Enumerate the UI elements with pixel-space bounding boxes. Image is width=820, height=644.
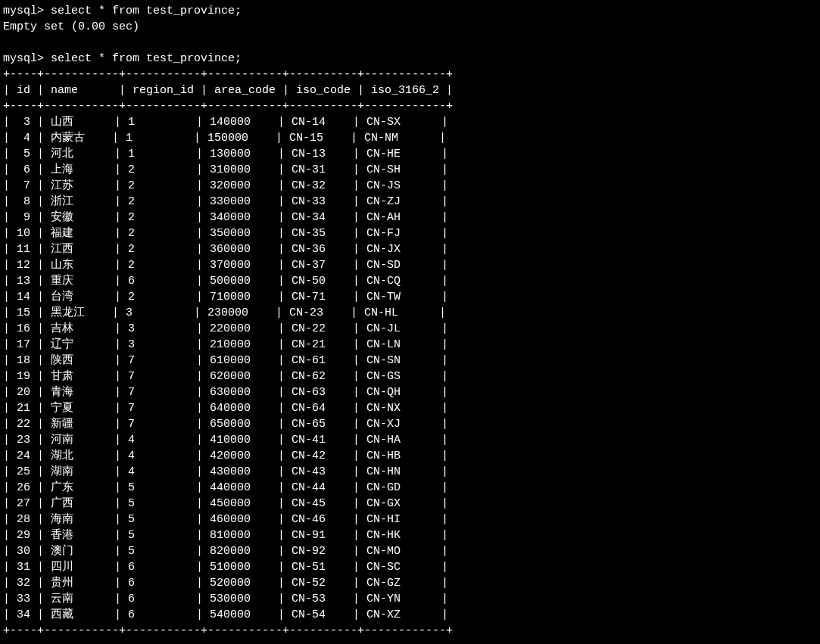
table-row: | 11 | 江西 | 2 | 360000 | CN-36 | CN-JX | (3, 241, 817, 257)
table-header-row: | id | name | region_id | area_code | is… (3, 82, 817, 98)
table-row: | 23 | 河南 | 4 | 410000 | CN-41 | CN-HA | (3, 432, 817, 448)
table-row: | 5 | 河北 | 1 | 130000 | CN-13 | CN-HE | (3, 146, 817, 162)
mysql-prompt[interactable]: mysql> (3, 52, 44, 65)
table-row: | 9 | 安徽 | 2 | 340000 | CN-34 | CN-AH | (3, 210, 817, 226)
table-row: | 19 | 甘肃 | 7 | 620000 | CN-62 | CN-GS | (3, 369, 817, 384)
table-row: | 4 | 内蒙古 | 1 | 150000 | CN-15 | CN-NM | (3, 130, 817, 146)
table-body: | 3 | 山西 | 1 | 140000 | CN-14 | CN-SX ||… (3, 114, 817, 623)
table-row: | 29 | 香港 | 5 | 810000 | CN-91 | CN-HK | (3, 527, 817, 543)
sql-query-1: select * from test_province; (51, 5, 242, 17)
table-row: | 25 | 湖南 | 4 | 430000 | CN-43 | CN-HN | (3, 464, 817, 480)
result-empty: Empty set (0.00 sec) (3, 19, 817, 35)
table-row: | 7 | 江苏 | 2 | 320000 | CN-32 | CN-JS | (3, 178, 817, 194)
table-row: | 3 | 山西 | 1 | 140000 | CN-14 | CN-SX | (3, 114, 817, 130)
table-divider-bottom: +----+-----------+-----------+----------… (3, 623, 817, 639)
table-row: | 16 | 吉林 | 3 | 220000 | CN-22 | CN-JL | (3, 321, 817, 337)
table-row: | 24 | 湖北 | 4 | 420000 | CN-42 | CN-HB | (3, 448, 817, 464)
table-row: | 15 | 黑龙江 | 3 | 230000 | CN-23 | CN-HL … (3, 305, 817, 321)
table-row: | 12 | 山东 | 2 | 370000 | CN-37 | CN-SD | (3, 257, 817, 273)
blank-line (3, 35, 817, 51)
table-row: | 20 | 青海 | 7 | 630000 | CN-63 | CN-QH | (3, 384, 817, 400)
table-row: | 14 | 台湾 | 2 | 710000 | CN-71 | CN-TW | (3, 289, 817, 305)
table-row: | 33 | 云南 | 6 | 530000 | CN-53 | CN-YN | (3, 591, 817, 607)
table-row: | 21 | 宁夏 | 7 | 640000 | CN-64 | CN-NX | (3, 400, 817, 416)
table-divider-mid: +----+-----------+-----------+----------… (3, 98, 817, 114)
sql-query-2: select * from test_province; (51, 52, 242, 65)
table-divider-top: +----+-----------+-----------+----------… (3, 67, 817, 82)
table-row: | 32 | 贵州 | 6 | 520000 | CN-52 | CN-GZ | (3, 575, 817, 591)
table-row: | 22 | 新疆 | 7 | 650000 | CN-65 | CN-XJ | (3, 416, 817, 432)
table-row: | 18 | 陕西 | 7 | 610000 | CN-61 | CN-SN | (3, 353, 817, 369)
table-row: | 27 | 广西 | 5 | 450000 | CN-45 | CN-GX | (3, 496, 817, 512)
table-row: | 34 | 西藏 | 6 | 540000 | CN-54 | CN-XZ | (3, 607, 817, 623)
table-row: | 17 | 辽宁 | 3 | 210000 | CN-21 | CN-LN | (3, 337, 817, 353)
table-row: | 28 | 海南 | 5 | 460000 | CN-46 | CN-HI | (3, 512, 817, 527)
table-row: | 6 | 上海 | 2 | 310000 | CN-31 | CN-SH | (3, 162, 817, 178)
table-row: | 13 | 重庆 | 6 | 500000 | CN-50 | CN-CQ | (3, 273, 817, 289)
table-row: | 31 | 四川 | 6 | 510000 | CN-51 | CN-SC | (3, 559, 817, 575)
table-row: | 26 | 广东 | 5 | 440000 | CN-44 | CN-GD | (3, 480, 817, 496)
table-row: | 10 | 福建 | 2 | 350000 | CN-35 | CN-FJ | (3, 226, 817, 241)
table-row: | 8 | 浙江 | 2 | 330000 | CN-33 | CN-ZJ | (3, 194, 817, 210)
query-line-2: mysql> select * from test_province; (3, 51, 817, 67)
table-row: | 30 | 澳门 | 5 | 820000 | CN-92 | CN-MO | (3, 543, 817, 559)
mysql-prompt[interactable]: mysql> (3, 5, 44, 17)
query-line-1: mysql> select * from test_province; (3, 3, 817, 19)
